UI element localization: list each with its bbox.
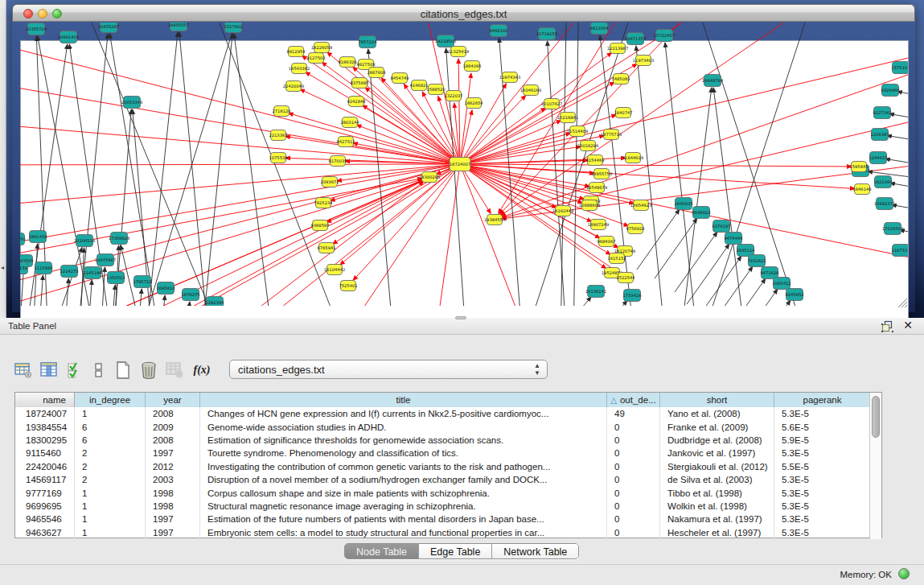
tab-network-table[interactable]: Network Table — [492, 544, 578, 559]
column-header-title[interactable]: title — [200, 393, 607, 407]
show-columns-button[interactable] — [39, 360, 60, 381]
delete-table-button[interactable] — [164, 360, 185, 381]
table-cell[interactable]: 5.3E-5 — [774, 473, 871, 486]
table-cell[interactable]: de Silva et al. (2003) — [660, 473, 774, 486]
memory-status-icon[interactable] — [898, 568, 910, 579]
table-cell[interactable]: 2012 — [146, 460, 200, 473]
table-cell[interactable]: 1997 — [146, 447, 200, 459]
table-cell[interactable]: 1 — [75, 513, 146, 525]
table-cell[interactable]: 2 — [75, 473, 146, 486]
table-cell[interactable]: 9115460 — [15, 447, 75, 459]
table-cell[interactable]: Disruption of a novel member of a sodium… — [200, 473, 607, 486]
table-cell[interactable]: 0 — [607, 460, 660, 473]
column-header-name[interactable]: name — [15, 393, 75, 407]
table-row[interactable]: 1872400712008Changes of HCN gene express… — [15, 407, 871, 420]
table-cell[interactable]: Wolkin et al. (1998) — [660, 500, 774, 513]
table-cell[interactable]: 2 — [75, 460, 146, 473]
table-cell[interactable]: 5.9E-5 — [774, 434, 871, 447]
table-cell[interactable]: 9465546 — [15, 513, 75, 525]
table-cell[interactable]: 0 — [607, 513, 660, 525]
new-column-button[interactable] — [113, 360, 133, 381]
close-panel-icon[interactable]: ✕ — [903, 319, 913, 332]
select-rows-button[interactable] — [64, 360, 85, 381]
table-cell[interactable]: Estimation of the future numbers of pati… — [200, 513, 607, 525]
table-cell[interactable]: Franke et al. (2009) — [660, 420, 774, 433]
table-cell[interactable]: Dudbridge et al. (2008) — [660, 434, 774, 447]
table-cell[interactable]: Corpus callosum shape and size in male p… — [200, 486, 607, 499]
table-row[interactable]: 1456911722003Disruption of a novel membe… — [15, 473, 871, 486]
table-cell[interactable]: 0 — [607, 420, 660, 433]
table-row[interactable]: 2242004622012Investigating the contribut… — [15, 460, 871, 473]
tab-edge-table[interactable]: Edge Table — [419, 544, 492, 559]
table-cell[interactable]: 18300295 — [15, 434, 75, 447]
table-cell[interactable]: 5.5E-5 — [774, 460, 871, 473]
table-cell[interactable]: 1997 — [146, 526, 200, 539]
table-cell[interactable]: 1997 — [146, 513, 200, 525]
table-cell[interactable]: 1 — [75, 500, 146, 513]
table-cell[interactable]: Hescheler et al. (1997) — [660, 526, 774, 539]
panel-splitter-handle[interactable] — [455, 316, 466, 319]
table-cell[interactable]: 19384554 — [15, 420, 75, 433]
table-cell[interactable]: 0 — [607, 447, 660, 459]
scrollbar-thumb[interactable] — [872, 396, 880, 438]
vertical-scrollbar[interactable] — [869, 393, 881, 539]
column-header-pagerank[interactable]: pagerank — [774, 393, 871, 407]
table-cell[interactable]: Jankovic et al. (1997) — [660, 447, 774, 459]
table-row[interactable]: 1830029562008Estimation of significance … — [15, 434, 871, 447]
table-cell[interactable]: Nakamura et al. (1997) — [660, 513, 774, 525]
table-cell[interactable]: Embryonic stem cells: a model to study s… — [200, 526, 607, 539]
column-header-in_degree[interactable]: in_degree — [75, 393, 146, 407]
table-cell[interactable]: Tourette syndrome. Phenomenology and cla… — [200, 447, 607, 459]
table-row[interactable]: 946554611997Estimation of the future num… — [15, 513, 871, 525]
table-cell[interactable]: 5.3E-5 — [774, 407, 871, 420]
table-cell[interactable]: 14569117 — [15, 473, 75, 486]
table-row[interactable]: 977716911998Corpus callosum shape and si… — [15, 486, 871, 499]
table-cell[interactable]: 2008 — [146, 407, 200, 420]
table-cell[interactable]: 5.3E-5 — [774, 526, 871, 539]
table-cell[interactable]: 5.3E-5 — [774, 447, 871, 459]
table-selector-combo[interactable]: citations_edges.txt ▲▼ — [229, 360, 548, 379]
table-cell[interactable]: 18724007 — [15, 407, 75, 420]
table-cell[interactable]: 1998 — [146, 500, 200, 513]
column-header-year[interactable]: year — [146, 393, 200, 407]
table-cell[interactable]: Genome-wide association studies in ADHD. — [200, 420, 607, 433]
table-cell[interactable]: 5.3E-5 — [774, 500, 871, 513]
table-cell[interactable]: 1 — [75, 407, 146, 420]
table-cell[interactable]: 22420046 — [15, 460, 75, 473]
table-cell[interactable]: 0 — [607, 473, 660, 486]
table-cell[interactable]: 2 — [75, 447, 146, 459]
table-cell[interactable]: 1 — [75, 526, 146, 539]
table-cell[interactable]: 0 — [607, 500, 660, 513]
resize-grip-icon[interactable] — [897, 297, 908, 308]
unselect-rows-button[interactable] — [88, 360, 109, 381]
table-cell[interactable]: 6 — [75, 420, 146, 433]
table-cell[interactable]: Tibbo et al. (1998) — [660, 486, 774, 499]
delete-columns-button[interactable] — [138, 360, 159, 381]
table-cell[interactable]: Investigating the contribution of common… — [200, 460, 607, 473]
table-cell[interactable]: 49 — [607, 407, 660, 420]
network-graph[interactable]: 1872400718300295193845542035572420691406… — [0, 0, 924, 318]
tab-node-table[interactable]: Node Table — [345, 544, 419, 559]
table-cell[interactable]: Changes of HCN gene expression and I(f) … — [200, 407, 607, 420]
table-cell[interactable]: Estimation of significance thresholds fo… — [200, 434, 607, 447]
column-header-out_de[interactable]: △out_de... — [607, 393, 660, 407]
table-cell[interactable]: Stergiakouli et al. (2012) — [660, 460, 774, 473]
table-cell[interactable]: 0 — [607, 526, 660, 539]
table-cell[interactable]: 2008 — [146, 434, 200, 447]
table-cell[interactable]: 5.3E-5 — [774, 486, 871, 499]
float-window-icon[interactable] — [881, 320, 893, 332]
table-row[interactable]: 911546021997Tourette syndrome. Phenomeno… — [15, 447, 871, 459]
table-mode-button[interactable] — [13, 360, 34, 381]
table-cell[interactable]: 2009 — [146, 420, 200, 433]
table-row[interactable]: 1938455462009Genome-wide association stu… — [15, 420, 871, 433]
table-cell[interactable]: 0 — [607, 434, 660, 447]
table-cell[interactable]: Structural magnetic resonance image aver… — [200, 500, 607, 513]
table-cell[interactable]: 9777169 — [15, 486, 75, 499]
table-cell[interactable]: 0 — [607, 486, 660, 499]
table-cell[interactable]: 6 — [75, 434, 146, 447]
table-row[interactable]: 969969511998Structural magnetic resonanc… — [15, 500, 871, 513]
column-header-short[interactable]: short — [660, 393, 774, 407]
table-cell[interactable]: 2003 — [146, 473, 200, 486]
function-builder-button[interactable]: f(x) — [191, 360, 212, 381]
table-cell[interactable]: 1 — [75, 486, 146, 499]
